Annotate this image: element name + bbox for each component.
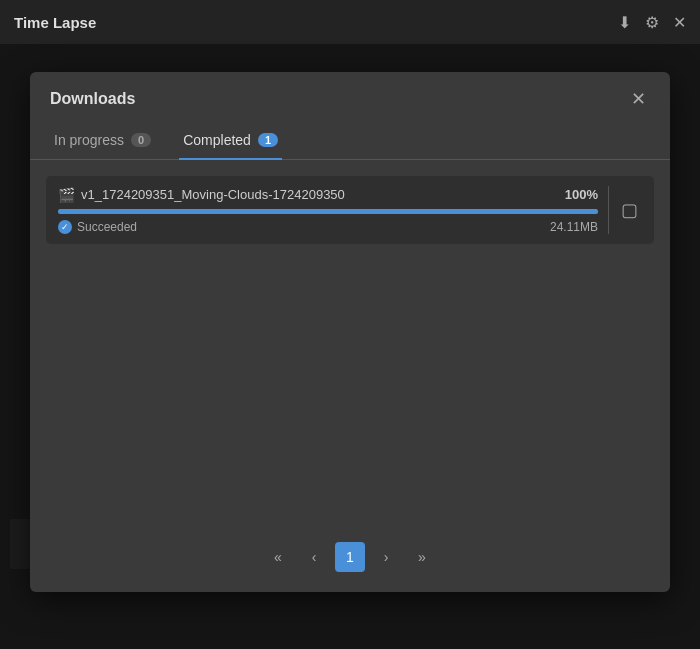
pagination: « ‹ 1 › » [30,542,670,572]
download-list: 🎬 v1_1724209351_Moving-Clouds-1724209350… [30,176,670,244]
tab-completed-label: Completed [183,132,251,148]
modal-header: Downloads ✕ [30,72,670,110]
table-row: 🎬 v1_1724209351_Moving-Clouds-1724209350… [46,176,654,244]
tabs-container: In progress 0 Completed 1 [30,110,670,160]
tab-in-progress-badge: 0 [131,133,151,147]
download-item-bottom: ✓ Succeeded 24.11MB [58,220,598,234]
download-status: ✓ Succeeded [58,220,137,234]
title-bar-actions: ⬇ ⚙ ✕ [618,13,686,32]
download-item-top: 🎬 v1_1724209351_Moving-Clouds-1724209350… [58,187,598,203]
download-size: 24.11MB [550,220,598,234]
tab-completed[interactable]: Completed 1 [179,124,282,160]
modal-title: Downloads [50,90,135,108]
tab-in-progress-label: In progress [54,132,124,148]
modal-close-button[interactable]: ✕ [627,88,650,110]
progress-bar-background [58,209,598,214]
download-icon[interactable]: ⬇ [618,13,631,32]
status-label: Succeeded [77,220,137,234]
settings-icon[interactable]: ⚙ [645,13,659,32]
filename-text: v1_1724209351_Moving-Clouds-1724209350 [81,187,345,202]
download-percent: 100% [565,187,598,202]
download-item-main: 🎬 v1_1724209351_Moving-Clouds-1724209350… [58,187,598,234]
first-page-button[interactable]: « [263,542,293,572]
downloads-modal: Downloads ✕ In progress 0 Completed 1 🎬 [30,72,670,592]
download-item-actions: ▢ [608,186,642,234]
current-page-button[interactable]: 1 [335,542,365,572]
window-close-icon[interactable]: ✕ [673,13,686,32]
status-success-icon: ✓ [58,220,72,234]
prev-page-button[interactable]: ‹ [299,542,329,572]
title-bar: Time Lapse ⬇ ⚙ ✕ [0,0,700,44]
progress-bar-fill [58,209,598,214]
video-file-icon: 🎬 [58,187,75,203]
tab-in-progress[interactable]: In progress 0 [50,124,155,160]
modal-overlay: Downloads ✕ In progress 0 Completed 1 🎬 [0,44,700,649]
download-filename: 🎬 v1_1724209351_Moving-Clouds-1724209350 [58,187,345,203]
last-page-button[interactable]: » [407,542,437,572]
tab-completed-badge: 1 [258,133,278,147]
next-page-button[interactable]: › [371,542,401,572]
app-title: Time Lapse [14,14,96,31]
open-file-button[interactable]: ▢ [617,197,642,223]
